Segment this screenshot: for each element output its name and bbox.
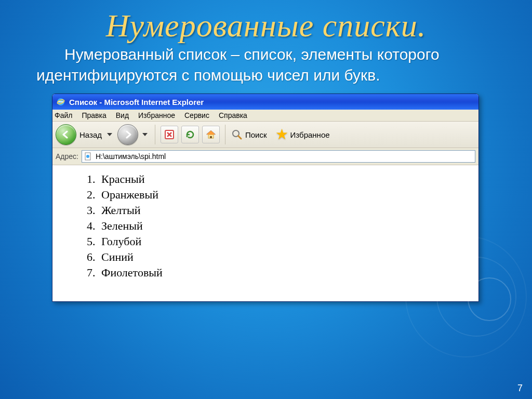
svg-point-8 bbox=[86, 155, 89, 158]
star-icon: ★ bbox=[275, 127, 288, 142]
numbered-list: 1.Красный 2.Оранжевый 3.Желтый 4.Зеленый… bbox=[72, 171, 478, 281]
page-icon bbox=[84, 152, 92, 161]
back-dropdown-icon[interactable] bbox=[107, 133, 112, 136]
menu-edit[interactable]: Правка bbox=[82, 111, 106, 119]
favorites-button[interactable]: ★ Избранное bbox=[275, 127, 331, 142]
back-button[interactable] bbox=[56, 124, 76, 145]
toolbar: Назад Поиск ★ Избранное bbox=[52, 122, 478, 148]
list-item: 1.Красный bbox=[87, 171, 478, 187]
window-title: Список - Microsoft Internet Explorer bbox=[69, 98, 204, 107]
page-content: 1.Красный 2.Оранжевый 3.Желтый 4.Зеленый… bbox=[52, 165, 478, 301]
slide-body: Нумерованный список – список, элементы к… bbox=[0, 44, 532, 91]
address-label: Адрес: bbox=[56, 152, 78, 161]
search-icon bbox=[231, 128, 243, 141]
menubar: Файл Правка Вид Избранное Сервис Справка bbox=[52, 110, 478, 122]
list-item: 4.Зеленый bbox=[87, 218, 478, 234]
menu-service[interactable]: Сервис bbox=[184, 111, 209, 119]
slide-body-text: Нумерованный список – список, элементы к… bbox=[36, 46, 440, 84]
separator bbox=[225, 125, 225, 144]
slide-title: Нумерованные списки. bbox=[0, 0, 532, 44]
svg-marker-5 bbox=[206, 130, 216, 135]
menu-help[interactable]: Справка bbox=[219, 111, 247, 119]
home-button[interactable] bbox=[202, 126, 220, 143]
stop-icon bbox=[164, 129, 175, 140]
back-label: Назад bbox=[79, 130, 102, 139]
address-bar: Адрес: H:\аштимэль\spi.html bbox=[52, 148, 478, 165]
menu-view[interactable]: Вид bbox=[116, 111, 129, 119]
forward-button[interactable] bbox=[117, 124, 138, 145]
list-item: 3.Желтый bbox=[87, 203, 478, 218]
menu-fav[interactable]: Избранное bbox=[138, 111, 175, 119]
arrow-left-icon bbox=[61, 130, 71, 139]
list-item: 5.Голубой bbox=[87, 234, 478, 249]
svg-rect-4 bbox=[210, 136, 212, 138]
favorites-label: Избранное bbox=[290, 130, 330, 139]
stop-button[interactable] bbox=[161, 126, 178, 143]
address-value: H:\аштимэль\spi.html bbox=[96, 152, 166, 161]
list-item: 6.Синий bbox=[87, 249, 478, 265]
refresh-icon bbox=[185, 129, 195, 140]
window-titlebar: Список - Microsoft Internet Explorer bbox=[52, 94, 478, 110]
search-button[interactable]: Поиск bbox=[231, 128, 268, 141]
separator bbox=[155, 125, 155, 144]
forward-dropdown-icon[interactable] bbox=[142, 133, 148, 136]
refresh-button[interactable] bbox=[181, 126, 199, 143]
ie-logo-icon bbox=[57, 98, 65, 106]
slide-number: 7 bbox=[517, 383, 523, 394]
menu-file[interactable]: Файл bbox=[55, 111, 72, 119]
list-item: 7.Фиолетовый bbox=[87, 265, 478, 281]
home-icon bbox=[205, 129, 217, 140]
list-item: 2.Оранжевый bbox=[87, 187, 478, 203]
ie-window: Список - Microsoft Internet Explorer Фай… bbox=[52, 94, 479, 302]
search-label: Поиск bbox=[245, 130, 267, 139]
address-input[interactable]: H:\аштимэль\spi.html bbox=[82, 150, 475, 163]
arrow-right-icon bbox=[123, 130, 132, 139]
